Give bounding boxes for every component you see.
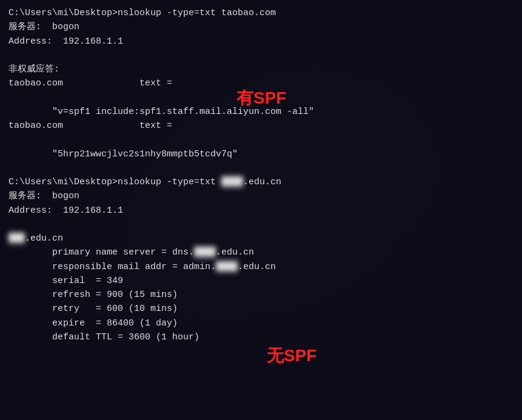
responsible-mail-line: responsible mail addr = admin.████.edu.c… <box>8 260 514 274</box>
empty-line-5 <box>8 218 514 232</box>
spf-annotation-yes: 有SPF <box>236 87 286 110</box>
hash-value-line: "5hrp21wwcjlvc2s1nhy8mmptb5tcdv7q" <box>8 147 514 161</box>
terminal-window: C:\Users\mi\Desktop>nslookup -type=txt t… <box>0 0 522 420</box>
nonauth-line: 非权威应答: <box>8 62 514 76</box>
spf-annotation-no: 无SPF <box>267 344 316 367</box>
cmd-line-2: C:\Users\mi\Desktop>nslookup -type=txt █… <box>8 175 514 189</box>
blurred-domain-prefix: ███ <box>8 232 25 245</box>
server-line-1: 服务器: bogon <box>8 20 514 34</box>
blurred-dns: ████ <box>194 245 216 259</box>
address-line-1: Address: 192.168.1.1 <box>8 35 514 48</box>
empty-line-3 <box>8 133 514 147</box>
cmd-line-1: C:\Users\mi\Desktop>nslookup -type=txt t… <box>8 6 514 20</box>
empty-line-4 <box>8 161 514 175</box>
refresh-line: refresh = 900 (15 mins) <box>8 288 514 302</box>
address-line-2: Address: 192.168.1.1 <box>8 204 514 218</box>
ttl-line: default TTL = 3600 (1 hour) <box>8 330 514 344</box>
edu-domain-line: ███.edu.cn <box>8 232 514 245</box>
blurred-domain-1: ████ <box>221 175 243 189</box>
expire-line: expire = 86400 (1 day) <box>8 316 514 330</box>
server-line-2: 服务器: bogon <box>8 189 514 203</box>
taobao-text-line-2: taobao.com text = <box>8 119 514 133</box>
primary-ns-line: primary name server = dns.████.edu.cn <box>8 245 514 259</box>
blurred-admin: ████ <box>216 260 238 274</box>
empty-line-1 <box>8 48 514 62</box>
retry-line: retry = 600 (10 mins) <box>8 302 514 316</box>
serial-line: serial = 349 <box>8 274 514 288</box>
